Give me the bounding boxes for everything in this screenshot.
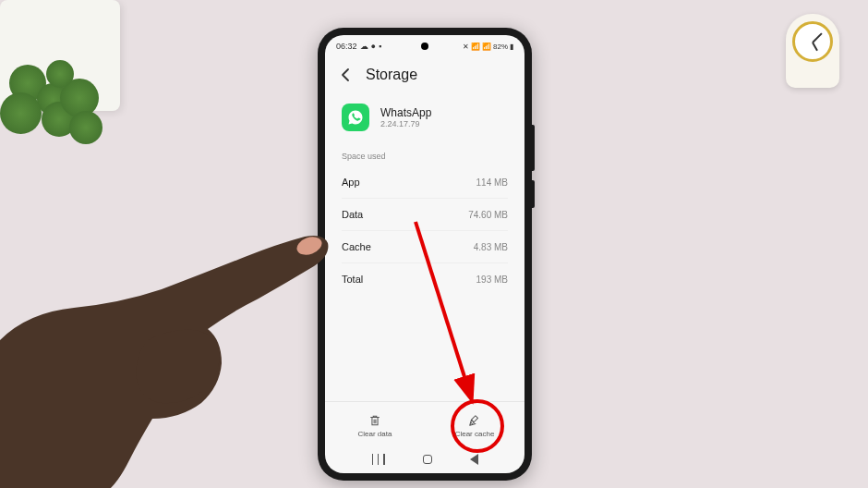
- nav-recent-button[interactable]: [372, 454, 385, 465]
- navigation-bar: [325, 445, 524, 473]
- phone-screen: 06:32 ☁ ● ▪ ✕ 📶 📶 82% ▮ Storage: [325, 35, 524, 473]
- section-label: Space used: [325, 146, 524, 166]
- plant-decoration: [0, 0, 139, 157]
- trash-icon: [368, 413, 382, 428]
- wallet-icon: ▪: [379, 42, 381, 51]
- app-name: WhatsApp: [380, 106, 431, 119]
- phone-device: 06:32 ☁ ● ▪ ✕ 📶 📶 82% ▮ Storage: [318, 28, 532, 481]
- row-value: 4.83 MB: [474, 242, 508, 252]
- status-time: 06:32: [336, 42, 357, 51]
- row-value: 193 MB: [476, 274, 508, 285]
- app-size-row: App 114 MB: [325, 166, 524, 198]
- row-label: Cache: [342, 241, 371, 252]
- bottom-actions: Clear data Clear cache: [325, 401, 524, 445]
- page-header: Storage: [325, 57, 524, 96]
- broom-icon: [467, 413, 482, 428]
- battery-icon: ▮: [510, 43, 513, 51]
- app-version: 2.24.17.79: [380, 119, 431, 128]
- nav-back-button[interactable]: [470, 454, 478, 465]
- cache-size-row: Cache 4.83 MB: [325, 231, 524, 262]
- cloud-icon: ☁: [360, 42, 368, 51]
- vibrate-icon: ✕: [463, 43, 469, 51]
- clear-cache-label: Clear cache: [455, 430, 495, 438]
- data-size-row: Data 74.60 MB: [325, 199, 524, 230]
- clear-data-button[interactable]: Clear data: [325, 409, 425, 442]
- app-info-row: WhatsApp 2.24.17.79: [325, 96, 524, 146]
- notification-icon: ●: [371, 42, 376, 51]
- page-title: Storage: [366, 67, 417, 83]
- total-size-row: Total 193 MB: [325, 263, 524, 295]
- row-label: Total: [342, 274, 363, 285]
- whatsapp-icon: [342, 104, 369, 131]
- row-label: App: [342, 177, 360, 188]
- clock-decoration: [780, 14, 845, 102]
- camera-punch-hole: [421, 43, 428, 50]
- clear-data-label: Clear data: [358, 430, 392, 438]
- back-arrow-icon: [339, 67, 354, 82]
- row-value: 114 MB: [476, 177, 508, 188]
- battery-percent: 82%: [493, 43, 508, 51]
- hand-pointing: [0, 174, 332, 488]
- row-label: Data: [342, 209, 363, 220]
- signal-icon: 📶: [471, 43, 480, 51]
- clear-cache-button[interactable]: Clear cache: [425, 409, 524, 442]
- row-value: 74.60 MB: [468, 210, 508, 220]
- signal-icon-2: 📶: [482, 43, 491, 51]
- back-button[interactable]: [338, 67, 355, 83]
- nav-home-button[interactable]: [423, 455, 432, 464]
